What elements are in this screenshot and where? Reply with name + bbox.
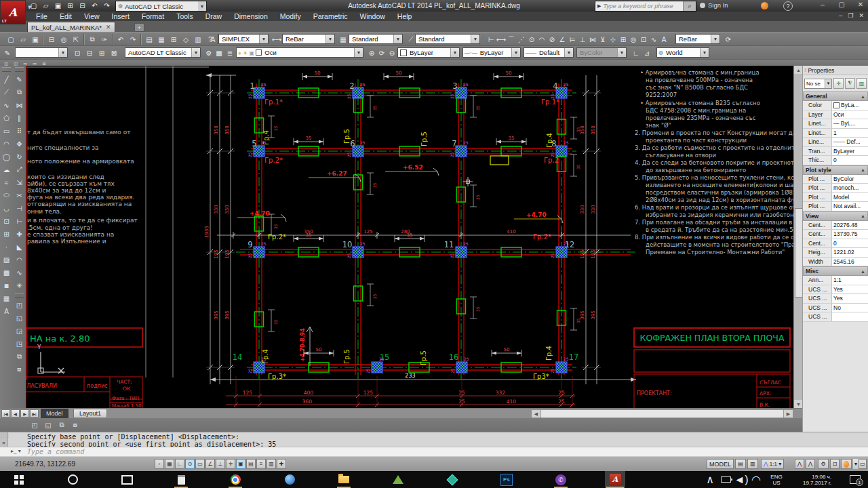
- recent-input-combo[interactable]: ▼: [15, 47, 68, 58]
- dim-quick-icon[interactable]: ⊨: [567, 34, 578, 45]
- dim-aligned-icon[interactable]: ⟷: [496, 34, 507, 45]
- dim-arc-icon[interactable]: ⌒: [506, 34, 517, 45]
- rectangle-icon[interactable]: ▭: [1, 125, 12, 137]
- ellipse-arc-icon[interactable]: ◡: [1, 202, 12, 214]
- annotation-auto-icon[interactable]: ⋀: [806, 459, 815, 469]
- workspace-combo[interactable]: ⚙ AutoCAD LT Classic ▼: [115, 1, 207, 12]
- menu-help[interactable]: Help: [391, 12, 418, 20]
- grip-dots-icon[interactable]: ········: [0, 432, 7, 439]
- bring-above-icon[interactable]: ◲: [14, 325, 25, 337]
- lock-icon[interactable]: ⊡: [830, 459, 840, 469]
- command-prompt[interactable]: Type a command: [27, 448, 84, 455]
- erase-icon[interactable]: ✎: [14, 73, 25, 85]
- layer-prev2-icon[interactable]: ⟳: [376, 47, 387, 58]
- layers-icon[interactable]: ≣: [224, 47, 235, 58]
- menu-tools[interactable]: Tools: [170, 12, 199, 20]
- point-icon[interactable]: ·: [1, 241, 12, 253]
- property-value[interactable]: Yes: [832, 294, 868, 303]
- measure-icon[interactable]: ▭: [21, 60, 29, 66]
- wifi-icon[interactable]: ◠: [750, 471, 762, 488]
- polar-toggle[interactable]: ▭: [195, 459, 205, 469]
- property-value[interactable]: Оси: [832, 110, 868, 119]
- saveas-icon[interactable]: ⊞: [65, 1, 75, 11]
- undo-icon[interactable]: ↶: [115, 34, 126, 45]
- dim-baseline-icon[interactable]: ⊥: [577, 34, 588, 45]
- scale-icon[interactable]: ⤢: [14, 163, 25, 176]
- property-value[interactable]: Not avail...: [832, 202, 868, 211]
- google-earth-icon[interactable]: [279, 471, 300, 488]
- annotate-front-icon[interactable]: ⧉: [14, 350, 25, 363]
- file-explorer-icon[interactable]: [334, 471, 354, 488]
- paste-icon[interactable]: ▭: [31, 60, 39, 66]
- property-value[interactable]: 1: [832, 129, 868, 138]
- dim-style-combo[interactable]: ReBar▼: [282, 34, 335, 44]
- osnap-settings-icon[interactable]: ◫: [2, 60, 10, 66]
- dim-tolerance-icon[interactable]: ⊞: [618, 34, 629, 45]
- layer-prev-icon[interactable]: ⊡: [72, 47, 83, 58]
- mtext-icon[interactable]: A: [1, 305, 12, 317]
- layer-state-icon[interactable]: ⊖: [387, 47, 397, 58]
- calculator-icon[interactable]: [171, 471, 191, 488]
- grid-icon[interactable]: ⊞: [40, 60, 48, 66]
- field-icon[interactable]: ⊞: [168, 34, 179, 45]
- clean-screen-button[interactable]: ▭: [859, 459, 867, 469]
- annotation-visibility-icon[interactable]: ⋀: [795, 459, 804, 469]
- scroll-left-icon[interactable]: ◀: [532, 410, 540, 418]
- quick-select-icon[interactable]: ⧨: [845, 78, 855, 89]
- spline-icon[interactable]: ≈: [1, 176, 12, 188]
- offset-icon[interactable]: ∥: [14, 112, 25, 124]
- view-icon[interactable]: ▥: [193, 34, 203, 45]
- ui-lock-icon[interactable]: ▩: [214, 47, 224, 58]
- property-value[interactable]: ByColor: [832, 175, 868, 184]
- tab-next-icon[interactable]: ▶: [20, 409, 29, 418]
- command-input-row[interactable]: ▸_ ▾ Type a command: [0, 447, 868, 457]
- battery-icon[interactable]: [719, 471, 732, 488]
- menu-file[interactable]: File: [30, 12, 54, 20]
- dim-diameter-icon[interactable]: ⊘: [547, 34, 557, 45]
- task-view-button[interactable]: [117, 471, 137, 488]
- property-value[interactable]: Model: [832, 193, 868, 202]
- clock-date[interactable]: 19:06 ч.19.7.2017 г.: [792, 471, 842, 488]
- property-value[interactable]: [832, 312, 868, 321]
- blend-icon[interactable]: ∿: [14, 266, 25, 279]
- mirror-icon[interactable]: ⋈: [14, 99, 25, 111]
- horizontal-scroll-thumb[interactable]: [540, 410, 784, 418]
- revcloud-icon[interactable]: ☁: [1, 163, 12, 176]
- dim-radius-icon[interactable]: ⊙: [526, 34, 537, 45]
- ucs-world-icon[interactable]: ⊿: [642, 47, 652, 58]
- plot-icon[interactable]: ⊟: [46, 34, 57, 45]
- green-a-app-icon[interactable]: [388, 471, 408, 488]
- bring-front-icon[interactable]: ◰: [14, 299, 25, 311]
- notification-icon[interactable]: 1: [848, 471, 863, 488]
- preview-icon[interactable]: ◎: [58, 34, 69, 45]
- layer-match-icon[interactable]: ⊟: [84, 47, 95, 58]
- menu-insert[interactable]: Insert: [106, 12, 136, 20]
- tray-chevron-icon[interactable]: ∧: [705, 471, 715, 488]
- toggle-pickadd-icon[interactable]: ✛: [833, 78, 844, 89]
- tab-close-icon[interactable]: ✕: [106, 24, 111, 30]
- otrack-toggle[interactable]: ✛: [226, 459, 235, 469]
- open-icon[interactable]: ▱: [41, 1, 51, 11]
- photoshop-icon[interactable]: Ps: [496, 471, 517, 488]
- fillet-icon[interactable]: ◠: [14, 253, 25, 266]
- break-icon[interactable]: ⊢: [14, 215, 25, 227]
- group-icon[interactable]: ◫: [12, 60, 20, 66]
- text-style-icon[interactable]: A: [208, 34, 218, 45]
- color-combo[interactable]: ByLayer▼: [397, 47, 460, 58]
- grid-toggle[interactable]: ∟: [175, 459, 184, 469]
- table-icon[interactable]: ▦: [156, 34, 167, 45]
- restore-button[interactable]: ▢: [837, 1, 846, 8]
- dim-style-combo-2[interactable]: ReBar▼: [675, 34, 720, 44]
- doc-restore-button[interactable]: ❐: [848, 12, 853, 19]
- tpy-toggle[interactable]: ≡: [256, 459, 266, 469]
- dim-joglinear-icon[interactable]: ∿: [648, 34, 659, 45]
- help-icon[interactable]: ?: [783, 1, 793, 11]
- dim-break-icon[interactable]: ⊹: [608, 34, 618, 45]
- gear-icon[interactable]: ⚙: [818, 459, 829, 469]
- section-general[interactable]: General▲: [803, 92, 868, 101]
- stretch-icon[interactable]: ⇲: [14, 176, 25, 188]
- property-value[interactable]: ByLa...: [832, 101, 868, 110]
- dim-angular-icon[interactable]: ∠: [557, 34, 568, 45]
- property-value[interactable]: — ByL...: [832, 119, 868, 128]
- osnap-toggle[interactable]: ∠: [205, 459, 215, 469]
